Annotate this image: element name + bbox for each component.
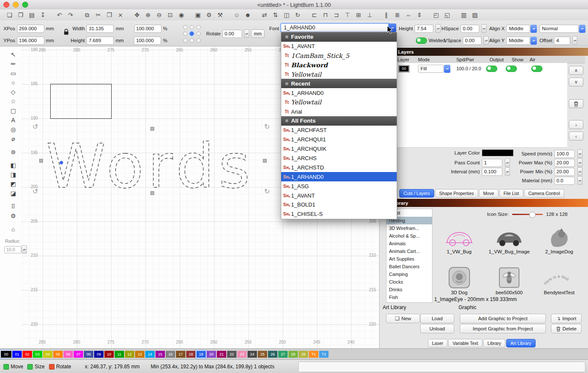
- palette-chip[interactable]: 29: [299, 351, 308, 358]
- toolbar-icon[interactable]: ◱: [443, 11, 452, 20]
- palette-chip[interactable]: 10: [104, 351, 114, 358]
- font-select-value[interactable]: 1_ARHAND0: [281, 23, 389, 32]
- palette-chip[interactable]: 17: [176, 351, 185, 358]
- icon-size-slider-knob[interactable]: [529, 212, 536, 218]
- palette-chip[interactable]: 19: [196, 351, 206, 358]
- layer-output-toggle[interactable]: [486, 66, 497, 72]
- tool-button[interactable]: ◩: [9, 181, 18, 187]
- anchor-dot[interactable]: [183, 25, 187, 29]
- toolbar-icon[interactable]: ⊏: [310, 11, 319, 20]
- font-option[interactable]: Sʜₓ 1_AVANT: [281, 191, 397, 200]
- palette-chip[interactable]: 26: [268, 351, 277, 358]
- layer-list[interactable]: 00 Fill ▴▾ 100.0 / 20.0: [380, 63, 567, 148]
- palette-chip[interactable]: 06: [63, 351, 73, 358]
- interval-input[interactable]: 0.100: [482, 168, 502, 176]
- tool-button[interactable]: ◧: [9, 162, 18, 168]
- art-item[interactable]: 1_VW_Bug_Image: [484, 218, 534, 254]
- toolbar-icon[interactable]: ❒: [105, 11, 114, 20]
- font-option[interactable]: ≡ All Fonts: [281, 116, 397, 126]
- toolbar-icon[interactable]: ⊖: [155, 11, 164, 20]
- selection-handle-left[interactable]: [39, 159, 43, 163]
- toolbar-icon[interactable]: ⊥: [365, 11, 374, 20]
- palette-chip[interactable]: 24: [248, 351, 257, 358]
- unload-library-button[interactable]: Unload: [420, 324, 454, 333]
- speed-input[interactable]: 100.0: [554, 150, 575, 158]
- rotate-input[interactable]: 0.00: [222, 30, 242, 38]
- align-y-select[interactable]: Middle ▴▾: [506, 37, 537, 45]
- tool-button[interactable]: ↖: [9, 51, 18, 57]
- offset-input[interactable]: 4: [554, 37, 570, 45]
- art-folder[interactable]: 3D Wirefram...: [386, 224, 432, 232]
- anchor-dot[interactable]: [196, 38, 201, 43]
- toolbar-icon[interactable]: ⊡: [166, 11, 175, 20]
- new-library-button[interactable]: ❏ New: [386, 314, 420, 323]
- art-folder[interactable]: Camping: [386, 270, 432, 278]
- units-button[interactable]: mm: [251, 29, 265, 38]
- toolbar-icon[interactable]: ⊕: [144, 11, 153, 20]
- font-option[interactable]: Sʜₓ 1_ASG: [281, 181, 397, 191]
- font-option[interactable]: Sʜₓ 1_ARCHFAST: [281, 126, 397, 135]
- power-min-input[interactable]: 20.00: [554, 168, 575, 176]
- palette-chip[interactable]: 23: [237, 351, 247, 358]
- height-input[interactable]: 7.689: [86, 37, 114, 45]
- palette-chip[interactable]: 15: [156, 351, 165, 358]
- layer-color-chip[interactable]: 00: [398, 65, 409, 72]
- art-item[interactable]: 2_ImageDog: [534, 218, 584, 254]
- toolbar-icon[interactable]: ↻: [293, 11, 302, 20]
- toolbar-icon[interactable]: ◫: [282, 11, 291, 20]
- palette-chip[interactable]: 27: [278, 351, 288, 358]
- palette-chip[interactable]: 04: [43, 351, 52, 358]
- selection-handle-bottom[interactable]: [150, 191, 154, 195]
- font-option[interactable]: Sʜₓ 1_ARCHQUI1: [281, 135, 397, 144]
- palette-chip[interactable]: T1: [309, 351, 318, 358]
- text-style-stepper[interactable]: ▴▾: [579, 25, 585, 33]
- bottom-panel-tab[interactable]: Art Library: [506, 339, 535, 347]
- font-option[interactable]: Sʜₓ 1_AVANT: [281, 42, 397, 51]
- font-option[interactable]: Tt 1CamBam_Stick_5: [281, 51, 397, 60]
- toolbar-icon[interactable]: ⊓: [321, 11, 330, 20]
- rotate-handle-top-right[interactable]: ↻: [264, 123, 270, 131]
- selection-handle-right[interactable]: [263, 159, 267, 163]
- palette-chip[interactable]: 25: [258, 351, 267, 358]
- pass-count-input[interactable]: 1: [482, 159, 502, 167]
- power-max-stepper[interactable]: ▴▾: [577, 158, 582, 167]
- rotate-handle-bottom-right[interactable]: ↻: [264, 187, 270, 195]
- radius-stepper[interactable]: ▴▾: [22, 245, 27, 254]
- palette-chip[interactable]: 20: [207, 351, 216, 358]
- font-option[interactable]: Sʜₓ 1_ARCHS: [281, 154, 397, 163]
- tool-button[interactable]: ⠿: [9, 203, 18, 209]
- panel-tab[interactable]: Move: [479, 189, 499, 198]
- layer-assign-button[interactable]: ›: [569, 120, 583, 129]
- palette-chip[interactable]: 08: [84, 351, 93, 358]
- layer-mode-select[interactable]: Fill ▴▾: [418, 65, 450, 73]
- tool-button[interactable]: ⚙: [9, 212, 18, 219]
- lock-icon[interactable]: [63, 29, 69, 35]
- anchor-dot-center[interactable]: [190, 32, 194, 36]
- palette-chip[interactable]: 28: [288, 351, 298, 358]
- hspace-stepper[interactable]: ▴▾: [481, 24, 487, 33]
- ypos-input[interactable]: 196.000: [17, 37, 44, 45]
- rotate-stepper[interactable]: ▴▾: [244, 29, 249, 38]
- font-option[interactable]: Sʜₓ 1_ARHAND0: [281, 88, 397, 98]
- palette-chip[interactable]: 07: [74, 351, 83, 358]
- tool-button[interactable]: A: [9, 117, 18, 123]
- palette-chip[interactable]: 09: [94, 351, 104, 358]
- text-height-input[interactable]: 7.54: [415, 25, 433, 33]
- toolbar-icon[interactable]: ⊐: [332, 11, 341, 20]
- font-option[interactable]: Sʜₓ 1_BOLD1: [281, 200, 397, 209]
- art-folder-list[interactable]: _Test!Testing3D Wirefram...Alcohol & Sp.…: [386, 209, 432, 303]
- font-option[interactable]: Tt Yellowtail: [281, 98, 397, 107]
- toolbar-icon[interactable]: ❏: [5, 11, 14, 20]
- material-input[interactable]: 0.0: [554, 177, 575, 185]
- font-option[interactable]: Sʜₓ 1_CHISEL-S: [281, 209, 397, 219]
- power-min-stepper[interactable]: ▴▾: [577, 167, 582, 176]
- toolbar-icon[interactable]: ↷: [66, 11, 75, 20]
- add-graphic-button[interactable]: Add Graphic to Project: [460, 314, 546, 323]
- palette-chip[interactable]: 05: [53, 351, 63, 358]
- tool-button[interactable]: ⌀: [9, 135, 18, 142]
- height-percent-input[interactable]: 100.000: [134, 37, 161, 45]
- toolbar-icon[interactable]: ✂: [94, 11, 103, 20]
- panel-tab[interactable]: Shape Properties: [435, 189, 478, 198]
- palette-chip[interactable]: 00: [1, 351, 12, 358]
- rotate-handle-top-left[interactable]: ↺: [32, 123, 38, 131]
